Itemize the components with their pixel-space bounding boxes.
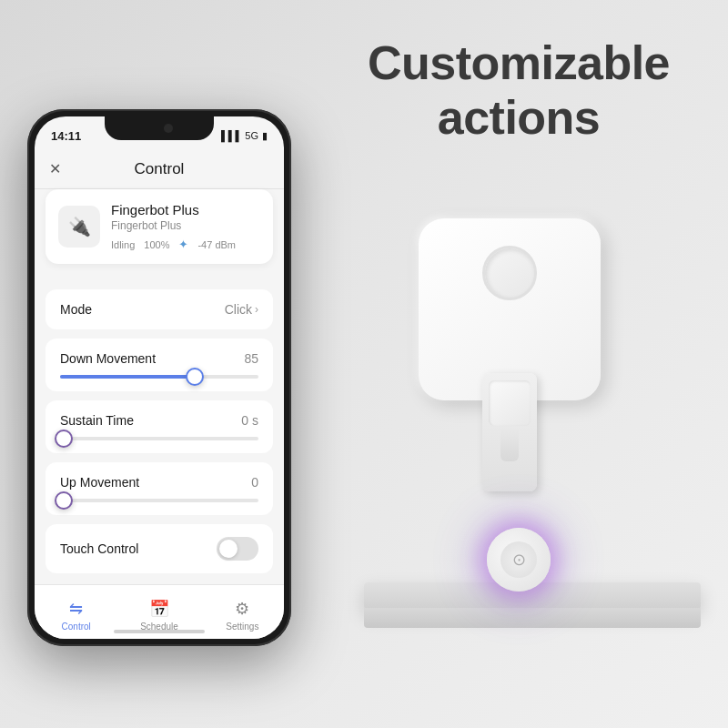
touch-control-label: Touch Control <box>60 541 138 556</box>
finger-tip <box>500 430 519 461</box>
status-time: 14:11 <box>51 129 81 143</box>
app-title: Control <box>135 160 185 178</box>
hero-section: Customizable actions <box>364 36 673 146</box>
device-info: Fingerbot Plus Fingerbot Plus Idling 100… <box>111 202 260 251</box>
nav-control[interactable]: ⇋ Control <box>35 593 117 632</box>
hero-title-line2: actions <box>438 91 601 144</box>
up-movement-thumb[interactable] <box>55 491 73 510</box>
down-movement-track[interactable] <box>60 375 258 379</box>
up-movement-value: 0 <box>251 475 258 490</box>
finger-arm <box>482 373 537 491</box>
glow-inner: ⊙ <box>500 541 537 578</box>
sustain-time-thumb[interactable] <box>55 430 73 448</box>
notch-camera <box>164 124 173 133</box>
down-movement-row: Down Movement 85 <box>46 339 273 391</box>
hero-title-line1: Customizable <box>368 36 670 89</box>
device-signal: -47 dBm <box>197 239 236 250</box>
touch-control-toggle[interactable] <box>217 537 258 561</box>
down-movement-header: Down Movement 85 <box>60 351 258 366</box>
nav-settings[interactable]: ⚙ Settings <box>201 593 284 632</box>
up-movement-track[interactable] <box>60 499 258 502</box>
phone-frame: 14:11 ▌▌▌ 5G ▮ ✕ Control 🔌 Fingerbot Plu… <box>27 109 291 646</box>
nav-settings-label: Settings <box>226 622 258 632</box>
app-header: ✕ Control <box>35 149 284 189</box>
fingerbot-device <box>419 218 601 400</box>
phone-screen: 14:11 ▌▌▌ 5G ▮ ✕ Control 🔌 Fingerbot Plu… <box>35 116 284 639</box>
bluetooth-icon: ✦ <box>178 238 188 251</box>
device-icon: 🔌 <box>58 206 100 248</box>
home-indicator <box>114 630 205 633</box>
device-card: 🔌 Fingerbot Plus Fingerbot Plus Idling 1… <box>46 189 273 264</box>
hero-title: Customizable actions <box>364 36 673 146</box>
down-movement-label: Down Movement <box>60 351 156 366</box>
close-button[interactable]: ✕ <box>49 160 61 177</box>
up-movement-label: Up Movement <box>60 475 139 490</box>
device-battery: 100% <box>144 239 169 250</box>
schedule-icon: 📅 <box>149 599 169 619</box>
sustain-time-track[interactable] <box>60 437 258 440</box>
control-icon: ⇋ <box>69 599 83 619</box>
device-name: Fingerbot Plus <box>111 202 260 217</box>
control-section: Mode Click › Down Movement 85 <box>35 280 284 584</box>
nav-schedule[interactable]: 📅 Schedule <box>117 593 200 632</box>
mode-label: Mode <box>60 302 92 317</box>
mode-value-text: Click <box>225 302 252 317</box>
up-movement-row: Up Movement 0 <box>46 462 273 515</box>
device-model: Fingerbot Plus <box>111 219 260 232</box>
sustain-time-row: Sustain Time 0 s <box>46 400 273 453</box>
status-icons: ▌▌▌ 5G ▮ <box>221 130 268 142</box>
mode-value: Click › <box>225 302 258 317</box>
battery-icon: ▮ <box>262 130 268 142</box>
nav-control-label: Control <box>62 622 91 632</box>
sustain-time-label: Sustain Time <box>60 413 134 428</box>
signal-icon: ▌▌▌ 5G <box>221 130 258 141</box>
down-movement-thumb[interactable] <box>186 368 204 386</box>
device-status: Idling <box>111 239 135 250</box>
shelf-front <box>364 608 701 628</box>
sustain-time-header: Sustain Time 0 s <box>60 413 258 428</box>
finger-connector <box>489 380 531 426</box>
settings-icon: ⚙ <box>235 599 249 619</box>
phone-notch <box>105 116 214 140</box>
mode-chevron-icon: › <box>255 303 258 316</box>
glow-button: ⊙ <box>487 528 551 592</box>
down-movement-value: 85 <box>244 351 258 366</box>
down-movement-fill <box>60 375 195 379</box>
up-movement-header: Up Movement 0 <box>60 475 258 490</box>
device-area: ⊙ <box>346 182 701 682</box>
device-stats: Idling 100% ✦ -47 dBm <box>111 238 260 251</box>
toggle-knob <box>219 540 238 558</box>
touch-control-row[interactable]: Touch Control <box>46 524 273 573</box>
sustain-time-value: 0 s <box>241 413 258 428</box>
mode-row[interactable]: Mode Click › <box>46 289 273 329</box>
fingerbot-button <box>482 246 537 300</box>
